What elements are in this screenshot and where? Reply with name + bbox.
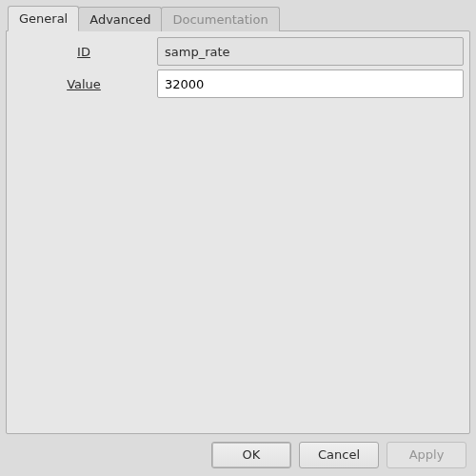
- tab-page-general: ID samp_rate Value: [6, 30, 470, 434]
- tab-advanced-label: Advanced: [89, 12, 150, 27]
- properties-dialog: General Advanced Documentation ID samp_r…: [0, 0, 476, 476]
- value-label: Value: [12, 69, 155, 98]
- cancel-button[interactable]: Cancel: [299, 442, 379, 468]
- dialog-buttons: OK Cancel Apply: [6, 434, 470, 470]
- tab-strip: General Advanced Documentation: [6, 6, 470, 30]
- tab-general[interactable]: General: [8, 6, 79, 31]
- apply-button-label: Apply: [409, 447, 445, 462]
- apply-button: Apply: [387, 442, 466, 468]
- property-form: ID samp_rate Value: [12, 37, 464, 98]
- value-field-wrapper: [157, 69, 464, 98]
- ok-button[interactable]: OK: [211, 442, 291, 468]
- tab-advanced[interactable]: Advanced: [78, 7, 162, 31]
- tab-documentation[interactable]: Documentation: [161, 7, 279, 31]
- ok-button-label: OK: [243, 447, 261, 462]
- id-value: samp_rate: [165, 45, 230, 59]
- tab-documentation-label: Documentation: [172, 12, 268, 27]
- id-label: ID: [12, 37, 155, 66]
- id-field: samp_rate: [157, 37, 464, 66]
- tab-general-label: General: [19, 11, 68, 26]
- value-input[interactable]: [165, 77, 456, 91]
- cancel-button-label: Cancel: [318, 447, 360, 462]
